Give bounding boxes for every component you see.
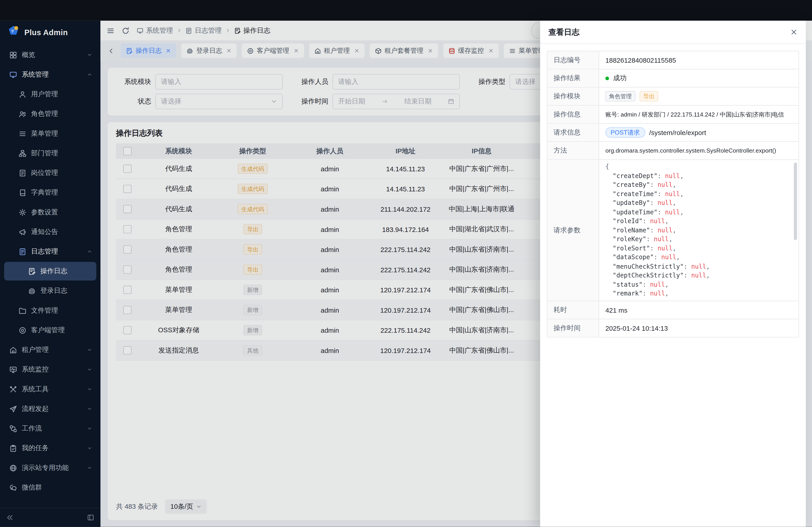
field-label: 耗时	[548, 301, 599, 319]
field-value: 账号: admin / 研发部门 / 222.175.114.242 / 中国|…	[599, 105, 798, 123]
field-log-id: 日志编号 1882612840802115585	[548, 51, 799, 69]
field-label: 操作信息	[548, 105, 599, 123]
code-line: "status": null,	[605, 280, 791, 289]
code-line: {	[605, 163, 791, 171]
field-duration: 耗时 421 ms	[548, 301, 799, 319]
field-value: 421 ms	[599, 301, 798, 319]
code-line: "dataScope": null,	[605, 253, 791, 262]
drawer-header: 查看日志	[540, 21, 806, 44]
field-label: 请求信息	[548, 124, 599, 141]
field-value: 2025-01-24 10:14:13	[599, 319, 798, 337]
code-line: "updateBy": null,	[605, 199, 791, 208]
field-value: POST请求 /system/role/export	[599, 124, 798, 141]
code-line: "updateTime": null,	[605, 208, 791, 217]
request-params-code: {"createDept": null,"createBy": null,"cr…	[599, 160, 798, 300]
field-request: 请求信息 POST请求 /system/role/export	[548, 124, 799, 142]
status-text: 成功	[613, 74, 627, 83]
drawer-title: 查看日志	[548, 27, 790, 37]
field-value: 角色管理 导出	[599, 88, 798, 105]
code-line: "menuCheckStrictly": null,	[605, 262, 791, 271]
code-line: "roleId": null,	[605, 217, 791, 226]
code-line: "createBy": null,	[605, 181, 791, 190]
drawer-body: 日志编号 1882612840802115585 操作结果 成功 操作模块 角色…	[540, 44, 806, 527]
field-value: 1882612840802115585	[599, 51, 798, 69]
view-log-drawer: 查看日志 日志编号 1882612840802115585 操作结果 成功 操作…	[540, 21, 806, 527]
field-module: 操作模块 角色管理 导出	[548, 88, 799, 105]
code-line: "roleKey": null,	[605, 235, 791, 244]
code-scrollbar-thumb[interactable]	[794, 163, 797, 240]
screen: Plus Admin 概览系统管理用户管理角色管理菜单管理部门管理岗位管理字典管…	[0, 0, 812, 527]
field-label: 操作时间	[548, 319, 599, 337]
field-label: 操作结果	[548, 70, 599, 87]
action-tag: 导出	[639, 91, 658, 102]
code-line: "roleSort": null,	[605, 244, 791, 253]
request-url: /system/role/export	[649, 129, 706, 136]
field-method: 方法 org.dromara.system.controller.system.…	[548, 142, 799, 160]
field-info: 操作信息 账号: admin / 研发部门 / 222.175.114.242 …	[548, 105, 799, 123]
log-detail-table: 日志编号 1882612840802115585 操作结果 成功 操作模块 角色…	[547, 51, 799, 337]
post-method-tag: POST请求	[605, 127, 645, 138]
success-status-dot	[605, 76, 609, 80]
code-line: "remark": null,	[605, 289, 791, 298]
field-request-params: 请求参数 {"createDept": null,"createBy": nul…	[548, 160, 799, 301]
field-time: 操作时间 2025-01-24 10:14:13	[548, 319, 799, 337]
code-line: "createDept": null,	[605, 171, 791, 181]
field-label: 操作模块	[548, 88, 599, 105]
code-line: "deptCheckStrictly": null,	[605, 271, 791, 280]
field-result: 操作结果 成功	[548, 70, 799, 88]
code-line: "roleName": null,	[605, 226, 791, 235]
field-label: 请求参数	[548, 160, 599, 300]
module-tag: 角色管理	[605, 91, 635, 102]
code-line: "createTime": null,	[605, 190, 791, 199]
close-icon[interactable]	[791, 28, 798, 35]
field-label: 方法	[548, 142, 599, 160]
field-label: 日志编号	[548, 51, 599, 69]
field-value: org.dromara.system.controller.system.Sys…	[599, 142, 798, 160]
json-code-block[interactable]: {"createDept": null,"createBy": null,"cr…	[599, 160, 798, 300]
field-value: 成功	[599, 70, 798, 87]
